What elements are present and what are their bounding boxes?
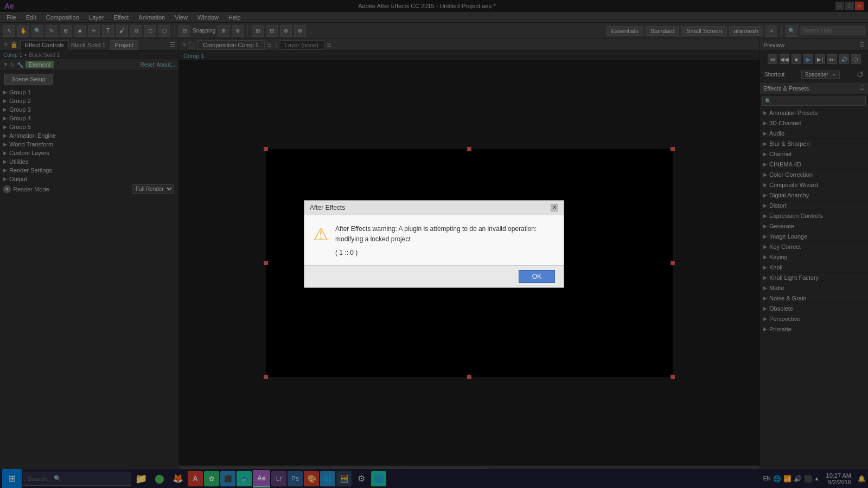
modal-ok-button[interactable]: OK xyxy=(519,270,555,283)
modal-footer: OK xyxy=(304,265,564,287)
modal-content: After Effects warning: A plugin is attem… xyxy=(335,224,555,256)
modal-code-text: ( 1 :: 0 ) xyxy=(335,249,555,256)
modal-close-button[interactable]: ✕ xyxy=(551,204,558,211)
modal-body: ⚠ After Effects warning: A plugin is att… xyxy=(304,215,564,265)
modal-overlay: After Effects ✕ ⚠ After Effects warning:… xyxy=(0,0,868,488)
modal-titlebar: After Effects ✕ xyxy=(304,201,564,215)
modal-message-text: After Effects warning: A plugin is attem… xyxy=(335,224,555,245)
modal-title: After Effects xyxy=(310,204,345,211)
modal-warning-icon: ⚠ xyxy=(313,224,329,245)
after-effects-dialog: After Effects ✕ ⚠ After Effects warning:… xyxy=(304,200,564,288)
